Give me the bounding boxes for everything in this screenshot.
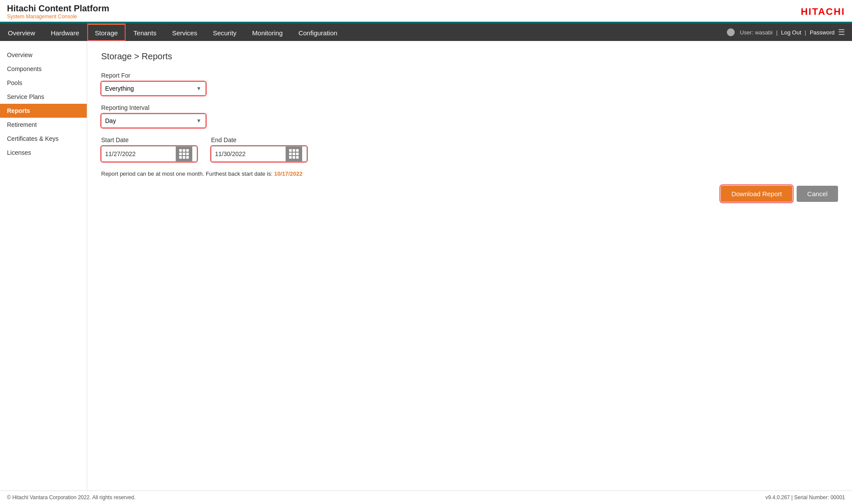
footer-copyright: © Hitachi Vantara Corporation 2022. All … (7, 494, 136, 501)
reporting-interval-select[interactable]: Day Week Month (101, 114, 206, 128)
report-for-select-wrapper: Everything Specific Component Specific P… (101, 82, 206, 95)
footer-version: v9.4.0.267 | Serial Number: 00001 (765, 494, 845, 501)
nav-right: User: wasabi | Log Out | Password ☰ (720, 27, 852, 37)
nav-item-monitoring[interactable]: Monitoring (244, 24, 290, 41)
start-date-field: Start Date (101, 136, 197, 162)
calendar-icon (289, 149, 299, 159)
sidebar-item-overview[interactable]: Overview (0, 48, 87, 62)
nav-item-overview[interactable]: Overview (0, 24, 43, 41)
furthest-date: 10/17/2022 (274, 170, 303, 177)
info-text-main: Report period can be at most one month. … (101, 170, 273, 177)
end-date-field: End Date (211, 136, 307, 162)
content-area: Overview Components Pools Service Plans … (0, 41, 852, 490)
sidebar-item-service-plans[interactable]: Service Plans (0, 90, 87, 104)
nav-item-security[interactable]: Security (205, 24, 244, 41)
cancel-button[interactable]: Cancel (797, 186, 838, 202)
password-link[interactable]: Password (810, 29, 835, 36)
navbar: Overview Hardware Storage Tenants Servic… (0, 24, 852, 41)
menu-icon[interactable]: ☰ (838, 27, 845, 37)
action-row: Download Report Cancel (101, 186, 838, 202)
logout-link[interactable]: Log Out (781, 29, 801, 36)
info-text: Report period can be at most one month. … (101, 170, 838, 177)
start-date-calendar-button[interactable] (176, 146, 192, 161)
report-for-label: Report For (101, 72, 838, 79)
sidebar-item-components[interactable]: Components (0, 62, 87, 76)
end-date-label: End Date (211, 136, 307, 143)
header: Hitachi Content Platform System Manageme… (0, 0, 852, 22)
username-label: User: wasabi (740, 29, 773, 36)
app-title-block: Hitachi Content Platform System Manageme… (7, 3, 109, 20)
footer: © Hitachi Vantara Corporation 2022. All … (0, 490, 852, 504)
nav-item-configuration[interactable]: Configuration (290, 24, 345, 41)
sidebar-item-certificates-keys[interactable]: Certificates & Keys (0, 132, 87, 146)
main-content: Storage > Reports Report For Everything … (87, 41, 852, 490)
start-date-label: Start Date (101, 136, 197, 143)
sidebar-item-licenses[interactable]: Licenses (0, 146, 87, 160)
sidebar-item-pools[interactable]: Pools (0, 76, 87, 90)
calendar-icon (179, 149, 189, 159)
nav-item-hardware[interactable]: Hardware (43, 24, 87, 41)
reporting-interval-select-wrapper: Day Week Month (101, 114, 206, 128)
app-subtitle: System Management Console (7, 14, 109, 20)
nav-links: Overview Hardware Storage Tenants Servic… (0, 24, 345, 41)
start-date-input[interactable] (102, 147, 176, 160)
date-row: Start Date End Date (101, 136, 838, 162)
sidebar-item-retirement[interactable]: Retirement (0, 118, 87, 132)
reporting-interval-section: Reporting Interval Day Week Month (101, 104, 838, 128)
hitachi-logo: HITACHI (801, 6, 845, 17)
nav-item-services[interactable]: Services (164, 24, 205, 41)
nav-item-storage[interactable]: Storage (87, 24, 126, 41)
report-for-select[interactable]: Everything Specific Component Specific P… (101, 82, 206, 95)
sidebar: Overview Components Pools Service Plans … (0, 41, 87, 490)
sidebar-item-reports[interactable]: Reports (0, 104, 87, 118)
end-date-input[interactable] (211, 147, 286, 160)
breadcrumb: Storage > Reports (101, 51, 838, 61)
user-icon (727, 28, 735, 36)
download-report-button[interactable]: Download Report (721, 186, 792, 202)
reporting-interval-label: Reporting Interval (101, 104, 838, 111)
app-title: Hitachi Content Platform (7, 3, 109, 14)
nav-item-tenants[interactable]: Tenants (126, 24, 164, 41)
start-date-wrapper (101, 146, 197, 162)
end-date-wrapper (211, 146, 307, 162)
end-date-calendar-button[interactable] (286, 146, 302, 161)
report-for-section: Report For Everything Specific Component… (101, 72, 838, 95)
